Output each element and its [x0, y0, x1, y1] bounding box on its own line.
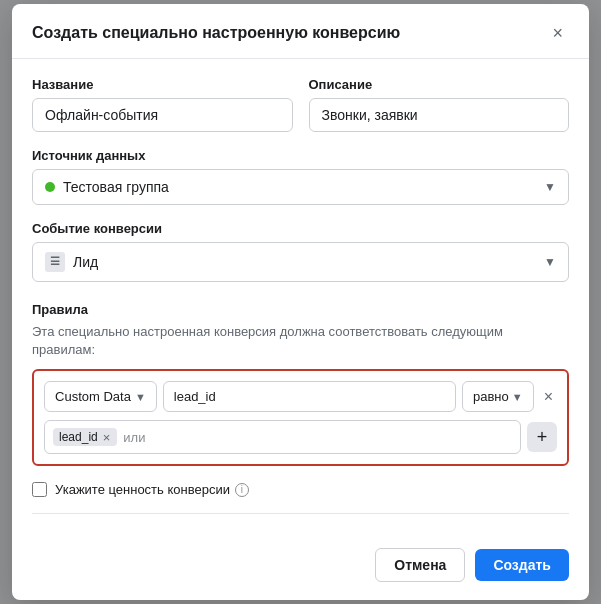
datasource-status-dot [45, 182, 55, 192]
datasource-select[interactable]: Тестовая группа ▼ [32, 169, 569, 205]
add-tag-button[interactable]: + [527, 422, 557, 452]
event-icon: ☰ [45, 252, 65, 272]
rule-remove-button[interactable]: × [540, 385, 557, 409]
rules-label: Правила [32, 302, 569, 317]
rules-section: Правила Эта специально настроенная конве… [32, 302, 569, 466]
modal-title: Создать специально настроенную конверсию [32, 24, 400, 42]
rule-row: Custom Data ▼ равно ▼ × [44, 381, 557, 412]
modal-body: Название Описание Источник данных Тестов… [12, 59, 589, 538]
datasource-label: Источник данных [32, 148, 569, 163]
conversion-value-row: Укажите ценность конверсии i [32, 482, 569, 497]
tag-item: lead_id × [53, 428, 117, 446]
rule-operator-button[interactable]: равно ▼ [462, 381, 534, 412]
tag-remove-button[interactable]: × [102, 431, 112, 444]
rules-description: Эта специально настроенная конверсия дол… [32, 323, 569, 359]
datasource-group: Источник данных Тестовая группа ▼ [32, 148, 569, 205]
tag-row: lead_id × или + [44, 420, 557, 454]
tag-value: lead_id [59, 430, 98, 444]
cancel-button[interactable]: Отмена [375, 548, 465, 582]
name-description-row: Название Описание [32, 77, 569, 132]
create-button[interactable]: Создать [475, 549, 569, 581]
name-group: Название [32, 77, 292, 132]
event-chevron-icon: ▼ [544, 255, 556, 269]
modal-overlay: Создать специально настроенную конверсию… [0, 0, 601, 604]
rule-category-chevron-icon: ▼ [135, 391, 146, 403]
modal-header: Создать специально настроенную конверсию… [12, 4, 589, 59]
tags-input-area[interactable]: lead_id × или [44, 420, 521, 454]
datasource-chevron-icon: ▼ [544, 180, 556, 194]
name-input[interactable] [32, 98, 292, 132]
event-select[interactable]: ☰ Лид ▼ [32, 242, 569, 282]
description-input[interactable] [309, 98, 569, 132]
rule-operator-label: равно [473, 389, 509, 404]
info-icon[interactable]: i [235, 483, 249, 497]
rule-category-button[interactable]: Custom Data ▼ [44, 381, 157, 412]
description-group: Описание [309, 77, 569, 132]
conversion-value-checkbox[interactable] [32, 482, 47, 497]
modal-dialog: Создать специально настроенную конверсию… [12, 4, 589, 600]
description-label: Описание [309, 77, 569, 92]
conversion-value-label[interactable]: Укажите ценность конверсии i [55, 482, 249, 497]
name-label: Название [32, 77, 292, 92]
close-button[interactable]: × [546, 22, 569, 44]
tag-placeholder: или [123, 430, 145, 445]
rule-field-input[interactable] [163, 381, 456, 412]
event-value: Лид [73, 254, 98, 270]
rule-category-label: Custom Data [55, 389, 131, 404]
rules-box: Custom Data ▼ равно ▼ × [32, 369, 569, 466]
rule-operator-chevron-icon: ▼ [512, 391, 523, 403]
footer-divider [32, 513, 569, 514]
datasource-value: Тестовая группа [63, 179, 169, 195]
modal-footer: Отмена Создать [12, 538, 589, 600]
event-group: Событие конверсии ☰ Лид ▼ [32, 221, 569, 282]
event-label: Событие конверсии [32, 221, 569, 236]
